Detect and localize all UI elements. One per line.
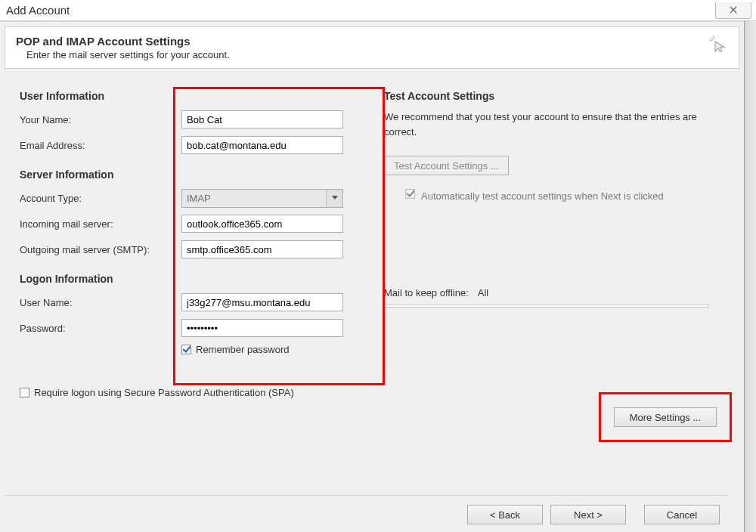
account-type-value: IMAP (187, 193, 211, 204)
wizard-body: User Information Your Name: Email Addres… (5, 69, 739, 398)
test-account-settings-button[interactable]: Test Account Settings ... (384, 156, 509, 175)
back-button[interactable]: < Back (467, 505, 543, 524)
auto-test-checkbox[interactable] (405, 189, 415, 199)
logon-information-heading: Logon Information (20, 273, 352, 285)
your-name-label: Your Name: (20, 114, 181, 125)
window-title: Add Account (6, 1, 70, 20)
spa-label: Require logon using Secure Password Auth… (34, 387, 294, 398)
left-column: User Information Your Name: Email Addres… (20, 90, 352, 398)
dropdown-arrow-icon (326, 190, 342, 207)
your-name-input[interactable] (181, 110, 343, 128)
test-settings-heading: Test Account Settings (384, 90, 709, 102)
highlight-box-form (173, 87, 385, 385)
auto-test-label: Automatically test account settings when… (421, 189, 664, 204)
mail-offline-label: Mail to keep offline: (384, 287, 469, 298)
spa-checkbox[interactable] (20, 388, 29, 397)
email-label: Email Address: (20, 140, 181, 151)
user-name-input[interactable] (181, 293, 343, 311)
more-settings-button[interactable]: More Settings ... (614, 407, 717, 427)
mail-offline-value: All (478, 287, 488, 298)
account-type-label: Account Type: (20, 193, 181, 204)
email-input[interactable] (181, 136, 343, 154)
next-button[interactable]: Next > (550, 505, 626, 524)
incoming-server-input[interactable] (181, 215, 343, 233)
outgoing-server-input[interactable] (181, 240, 343, 258)
window-close-button[interactable] (715, 2, 751, 19)
incoming-server-label: Incoming mail server: (20, 218, 181, 230)
title-bar: Add Account (0, 0, 756, 21)
cancel-button[interactable]: Cancel (644, 505, 720, 524)
header-subtitle: Enter the mail server settings for your … (16, 49, 230, 60)
server-information-heading: Server Information (20, 169, 352, 181)
account-type-select[interactable]: IMAP (181, 189, 343, 208)
user-name-label: User Name: (20, 297, 181, 308)
password-input[interactable] (181, 319, 343, 337)
wizard-footer: < Back Next > Cancel (5, 495, 727, 524)
remember-password-label: Remember password (196, 344, 290, 355)
test-settings-description: We recommend that you test your account … (384, 110, 709, 139)
close-icon (729, 6, 738, 14)
outgoing-server-label: Outgoing mail server (SMTP): (20, 244, 181, 255)
remember-password-checkbox[interactable] (181, 345, 191, 354)
password-label: Password: (20, 323, 181, 334)
mail-offline-slider[interactable] (384, 305, 709, 308)
wizard-panel: POP and IMAP Account Settings Enter the … (0, 21, 744, 532)
header-title: POP and IMAP Account Settings (16, 35, 230, 48)
user-information-heading: User Information (20, 90, 352, 102)
right-column: Test Account Settings We recommend that … (384, 90, 724, 398)
window-right-edge (744, 21, 756, 532)
wizard-header: POP and IMAP Account Settings Enter the … (5, 26, 739, 69)
cursor-sparkle-icon (708, 35, 728, 54)
highlight-box-more-settings: More Settings ... (599, 392, 732, 442)
